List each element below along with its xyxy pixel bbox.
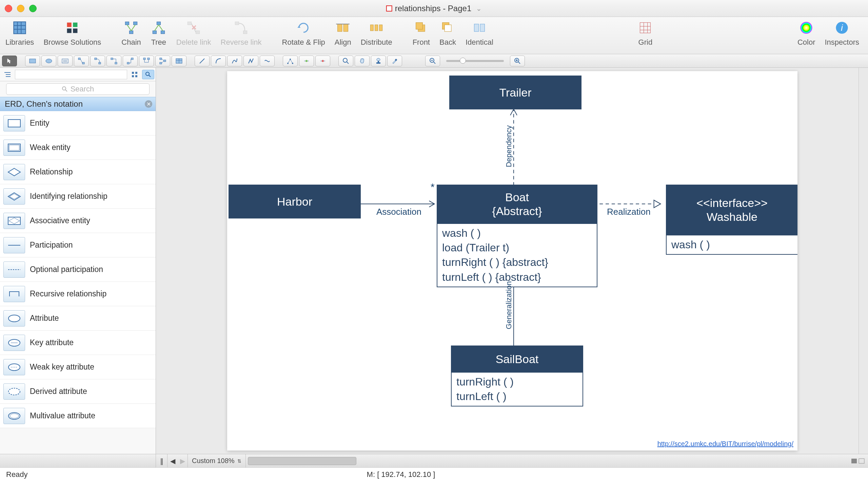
chain-button[interactable]: Chain [121, 20, 141, 47]
library-close-button[interactable]: ✕ [145, 100, 152, 108]
window-controls [5, 5, 37, 12]
svg-rect-15 [153, 31, 156, 34]
library-item-relationship[interactable]: Relationship [0, 160, 156, 184]
library-item-attribute[interactable]: Attribute [0, 306, 156, 331]
back-button[interactable]: Back [439, 20, 456, 47]
tree-button[interactable]: Tree [151, 20, 167, 47]
connector-1-tool[interactable] [74, 56, 89, 66]
grid-button[interactable]: Grid [637, 20, 653, 47]
outline-toggle[interactable] [1, 70, 14, 79]
front-button[interactable]: Front [413, 20, 430, 47]
browse-solutions-button[interactable]: Browse Solutions [43, 20, 101, 47]
svg-rect-53 [78, 58, 80, 60]
polyline-tool[interactable] [243, 56, 258, 66]
svg-rect-27 [338, 24, 342, 32]
svg-point-73 [287, 63, 289, 64]
close-window-button[interactable] [5, 5, 12, 12]
browse-solutions-icon [64, 20, 80, 36]
text-block-tool[interactable] [58, 56, 73, 66]
library-item-weak-entity[interactable]: Weak entity [0, 135, 156, 160]
svg-marker-47 [7, 58, 11, 63]
rotate-flip-button[interactable]: Rotate & Flip [282, 20, 325, 47]
eyedropper-tool[interactable] [387, 56, 402, 66]
svg-rect-60 [127, 62, 129, 64]
stamp-tool[interactable] [371, 56, 386, 66]
edit-points-tool[interactable] [283, 56, 298, 66]
library-item-participation[interactable]: Participation [0, 233, 156, 257]
svg-rect-57 [99, 62, 101, 64]
library-item-derived-attribute[interactable]: Derived attribute [0, 379, 156, 404]
delete-link-button[interactable]: Delete link [176, 20, 211, 47]
zoom-out-button[interactable] [425, 56, 440, 66]
connector-6-tool[interactable] [155, 56, 170, 66]
library-item-recursive-relationship[interactable]: Recursive relationship [0, 282, 156, 306]
uml-interface-washable[interactable]: <<interface>> Washable wash ( ) [666, 185, 797, 255]
svg-marker-125 [654, 200, 661, 208]
realization-label: Realization [607, 207, 651, 217]
library-item-optional-participation[interactable]: Optional participation [0, 257, 156, 282]
zoom-slider[interactable] [446, 60, 504, 62]
zoom-window-button[interactable] [29, 5, 37, 12]
grid-view-toggle[interactable] [129, 70, 141, 79]
sidebar-dropdown[interactable] [15, 70, 127, 79]
library-item-multivalue-attribute[interactable]: Multivalue attribute [0, 404, 156, 428]
vertical-scrollbar[interactable] [859, 68, 868, 454]
uml-class-sailboat[interactable]: SailBoat turnRight ( ) turnLeft ( ) [451, 346, 583, 406]
sidebar-search-toggle[interactable] [142, 70, 154, 79]
sidebar-search-input[interactable]: Search [6, 83, 150, 95]
connector-4-tool[interactable] [123, 56, 138, 66]
library-item-associative-entity[interactable]: Associative entity [0, 209, 156, 233]
spline-tool[interactable] [227, 56, 242, 66]
delete-point-tool[interactable] [315, 56, 330, 66]
back-label: Back [439, 38, 456, 47]
svg-rect-36 [445, 25, 452, 32]
canvas[interactable]: Trailer Harbor Boat {Abstract} wash ( ) … [227, 71, 797, 451]
zoom-tool[interactable] [338, 56, 353, 66]
svg-point-84 [377, 58, 380, 61]
panel-toggle[interactable]: ‖ [156, 454, 167, 467]
window-title[interactable]: relationships - Page1 ⌄ [386, 4, 482, 13]
grid-label: Grid [638, 38, 653, 47]
view-mode-toggle[interactable] [848, 454, 868, 467]
arc-tool[interactable] [211, 56, 226, 66]
horizontal-scrollbar[interactable] [246, 454, 848, 467]
library-item-entity[interactable]: Entity [0, 111, 156, 135]
uml-class-trailer[interactable]: Trailer [449, 76, 581, 109]
hand-tool[interactable] [355, 56, 370, 66]
library-item-key-attribute[interactable]: Key attribute [0, 331, 156, 355]
libraries-label: Libraries [5, 38, 34, 47]
svg-rect-11 [130, 31, 133, 34]
distribute-button[interactable]: Distribute [361, 20, 392, 47]
zoom-in-button[interactable] [510, 56, 525, 66]
delete-link-icon [185, 20, 202, 36]
uml-class-boat[interactable]: Boat {Abstract} wash ( ) load (Trailer t… [437, 185, 597, 287]
connector-3-tool[interactable] [106, 56, 121, 66]
inspectors-button[interactable]: i Inspectors [825, 20, 860, 47]
minimize-window-button[interactable] [17, 5, 24, 12]
reference-link[interactable]: http://sce2.umkc.edu/BIT/burrise/pl/mode… [657, 440, 793, 448]
rect-tool[interactable] [25, 56, 40, 66]
line-tool[interactable] [195, 56, 210, 66]
reverse-link-button[interactable]: Reverse link [221, 20, 262, 47]
add-point-tool[interactable] [299, 56, 314, 66]
connector-2-tool[interactable] [90, 56, 105, 66]
table-tool[interactable] [172, 56, 186, 66]
library-header[interactable]: ERD, Chen's notation ✕ [0, 97, 156, 111]
page-prev-button[interactable]: ◀ [167, 454, 178, 467]
page-next-button[interactable]: ▶ [178, 454, 188, 467]
color-button[interactable]: Color [797, 20, 815, 47]
identical-button[interactable]: Identical [466, 20, 493, 47]
zoom-level-dropdown[interactable]: Custom 108% ⇅ [188, 454, 246, 467]
uml-class-harbor[interactable]: Harbor [229, 185, 361, 218]
align-button[interactable]: Align [335, 20, 351, 47]
libraries-button[interactable]: Libraries [5, 20, 34, 47]
association-label: Association [376, 207, 421, 217]
connector-5-tool[interactable] [139, 56, 154, 66]
bezier-tool[interactable] [260, 56, 275, 66]
ellipse-tool[interactable] [41, 56, 56, 66]
library-item-identifying-relationship[interactable]: Identifying relationship [0, 184, 156, 209]
identical-label: Identical [466, 38, 493, 47]
svg-rect-59 [115, 62, 117, 64]
library-item-weak-key-attribute[interactable]: Weak key attribute [0, 355, 156, 379]
pointer-tool[interactable] [2, 56, 17, 66]
